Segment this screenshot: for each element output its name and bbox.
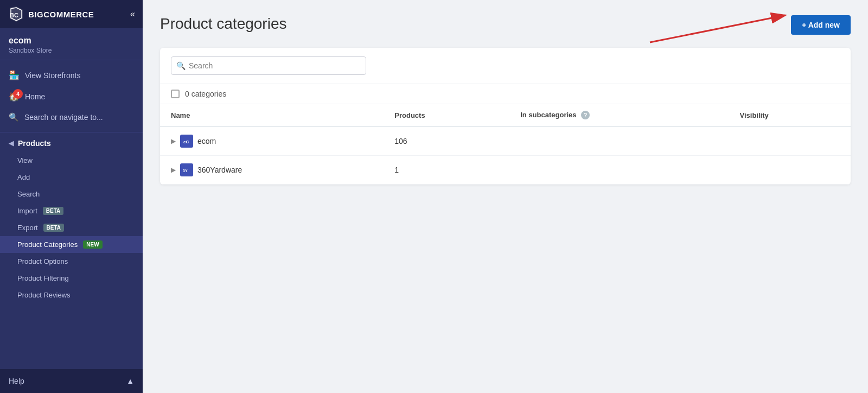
main-content: Product categories + Add new 🔍 0 categor… bbox=[143, 0, 868, 393]
row-360-icon: 3Y bbox=[180, 163, 193, 176]
table-search-icon: 🔍 bbox=[176, 61, 186, 70]
sidebar-item-home-label: Home bbox=[25, 92, 45, 101]
svg-text:BC: BC bbox=[10, 12, 18, 18]
col-name: Name bbox=[160, 104, 384, 126]
add-new-button[interactable]: + Add new bbox=[791, 15, 851, 35]
select-all-checkbox[interactable] bbox=[171, 90, 180, 98]
sidebar-item-add-label: Add bbox=[17, 173, 30, 181]
sidebar-collapse-button[interactable]: « bbox=[130, 9, 135, 19]
store-name: ecom bbox=[9, 36, 134, 46]
in-subcategories-help-icon[interactable]: ? bbox=[581, 111, 590, 119]
row-ecom-expand[interactable]: ▶ bbox=[171, 137, 176, 145]
sidebar-item-product-reviews[interactable]: Product Reviews bbox=[0, 287, 143, 303]
sidebar-item-product-filtering[interactable]: Product Filtering bbox=[0, 270, 143, 287]
row-ecom-products: 106 bbox=[384, 126, 509, 156]
search-input-wrap: 🔍 bbox=[171, 56, 366, 75]
page-title: Product categories bbox=[160, 15, 286, 33]
sidebar-item-search[interactable]: Search bbox=[0, 186, 143, 202]
help-label: Help bbox=[9, 377, 24, 385]
page-header: Product categories + Add new bbox=[160, 15, 851, 35]
row-360-visibility bbox=[729, 156, 851, 185]
products-section-label: Products bbox=[18, 139, 51, 148]
sidebar-item-export[interactable]: Export BETA bbox=[0, 219, 143, 236]
store-subtitle: Sandbox Store bbox=[9, 47, 134, 54]
sidebar-item-import-label: Import bbox=[17, 207, 37, 215]
row-360-name: ▶ 3Y 360Yardware bbox=[160, 156, 384, 185]
sidebar-item-product-reviews-label: Product Reviews bbox=[17, 291, 71, 299]
table-body: ▶ eC ecom 106 ▶ bbox=[160, 126, 851, 185]
row-ecom-name: ▶ eC ecom bbox=[160, 126, 384, 156]
table-search-bar: 🔍 bbox=[160, 48, 851, 84]
sidebar-nav-top: 🏪 View Storefronts 🏠 4 Home 🔍 Search or … bbox=[0, 60, 143, 132]
sidebar-footer[interactable]: Help ▲ bbox=[0, 369, 143, 393]
sidebar-item-add[interactable]: Add bbox=[0, 169, 143, 186]
products-section: ◀ Products View Add Search Import BETA E… bbox=[0, 132, 143, 369]
categories-count-label: 0 categories bbox=[185, 90, 226, 98]
sidebar-search[interactable]: 🔍 Search or navigate to... bbox=[0, 107, 143, 128]
annotation-arrow bbox=[634, 10, 807, 53]
sidebar-item-product-categories[interactable]: Product Categories NEW bbox=[0, 236, 143, 253]
sidebar-item-view[interactable]: View bbox=[0, 152, 143, 169]
home-badge: 4 bbox=[13, 89, 23, 99]
sidebar-item-export-label: Export bbox=[17, 224, 38, 232]
categories-table: Name Products In subcategories ? Visibil… bbox=[160, 104, 851, 185]
row-ecom-in-subcategories bbox=[509, 126, 729, 156]
sidebar-item-view-label: View bbox=[17, 156, 33, 164]
sidebar-search-label: Search or navigate to... bbox=[24, 113, 103, 122]
categories-table-container: 🔍 0 categories Name Products In subcateg… bbox=[160, 48, 851, 185]
col-visibility: Visibility bbox=[729, 104, 851, 126]
search-nav-icon: 🔍 bbox=[9, 112, 19, 122]
row-360-expand[interactable]: ▶ bbox=[171, 166, 176, 174]
sidebar-item-view-storefronts[interactable]: 🏪 View Storefronts bbox=[0, 65, 143, 86]
table-header-row: Name Products In subcategories ? Visibil… bbox=[160, 104, 851, 126]
store-info: ecom Sandbox Store bbox=[0, 28, 143, 60]
table-head: Name Products In subcategories ? Visibil… bbox=[160, 104, 851, 126]
svg-text:3Y: 3Y bbox=[183, 169, 188, 173]
sidebar-item-import[interactable]: Import BETA bbox=[0, 202, 143, 219]
logo-area: BC BigCommerce bbox=[8, 5, 94, 23]
logo-text: BigCommerce bbox=[28, 10, 94, 19]
row-360-in-subcategories bbox=[509, 156, 729, 185]
sidebar-item-product-options[interactable]: Product Options bbox=[0, 253, 143, 270]
table-search-input[interactable] bbox=[171, 56, 366, 75]
products-section-arrow: ◀ bbox=[9, 140, 14, 147]
table-row: ▶ eC ecom 106 bbox=[160, 126, 851, 156]
sidebar-item-product-options-label: Product Options bbox=[17, 257, 68, 265]
product-categories-new-badge: NEW bbox=[83, 240, 102, 249]
row-ecom-icon: eC bbox=[180, 135, 193, 148]
row-360-products: 1 bbox=[384, 156, 509, 185]
row-360-name-label: 360Yardware bbox=[197, 166, 242, 174]
col-in-subcategories: In subcategories ? bbox=[509, 104, 729, 126]
svg-text:eC: eC bbox=[183, 140, 189, 144]
help-chevron-icon: ▲ bbox=[126, 377, 134, 385]
sidebar-header: BC BigCommerce « bbox=[0, 0, 143, 28]
storefronts-icon: 🏪 bbox=[9, 70, 20, 80]
categories-count-row: 0 categories bbox=[160, 84, 851, 104]
sidebar-item-home[interactable]: 🏠 4 Home bbox=[0, 86, 143, 107]
sidebar-item-product-filtering-label: Product Filtering bbox=[17, 274, 69, 282]
sidebar-item-search-label: Search bbox=[17, 190, 40, 198]
sidebar-item-view-storefronts-label: View Storefronts bbox=[25, 71, 80, 80]
sidebar-item-product-categories-label: Product Categories bbox=[17, 240, 78, 249]
table-row: ▶ 3Y 360Yardware 1 bbox=[160, 156, 851, 185]
export-beta-badge: BETA bbox=[43, 224, 64, 232]
row-ecom-name-label: ecom bbox=[197, 137, 216, 145]
import-beta-badge: BETA bbox=[43, 207, 63, 215]
row-ecom-visibility bbox=[729, 126, 851, 156]
bigcommerce-logo-icon: BC bbox=[8, 5, 25, 23]
sidebar: BC BigCommerce « ecom Sandbox Store 🏪 Vi… bbox=[0, 0, 143, 393]
products-section-header[interactable]: ◀ Products bbox=[0, 132, 143, 152]
col-products: Products bbox=[384, 104, 509, 126]
svg-line-4 bbox=[650, 15, 786, 42]
